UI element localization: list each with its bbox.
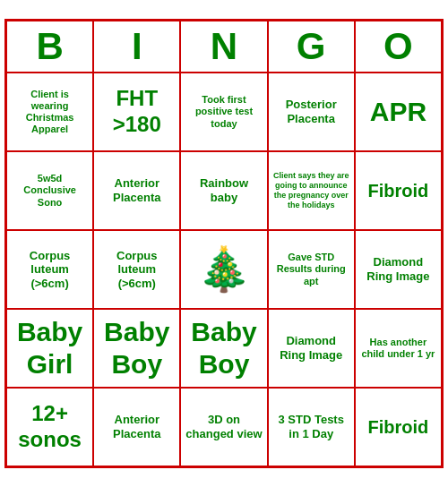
cell-text: Baby Girl [11,316,89,380]
cell-text: Rainbow baby [185,176,263,204]
cell-text: Client is wearing Christmas Apparel [11,89,89,136]
bingo-cell: Anterior Placenta [93,388,180,466]
bingo-cell: Baby Boy [93,309,180,388]
bingo-cell: Took first positive test today [180,73,267,151]
bingo-cell: 3D on changed view [180,388,267,466]
cell-text: 3 STD Tests in 1 Day [272,413,350,440]
bingo-cell: Gave STD Results during apt [268,230,355,309]
bingo-cell: Rainbow baby [180,151,267,230]
bingo-cell: Posterior Placenta [268,73,355,151]
bingo-cell: Corpus luteum (>6cm) [6,230,93,309]
bingo-cell: 3 STD Tests in 1 Day [268,388,355,466]
cell-text: 5w5d Conclusive Sono [11,173,89,209]
bingo-cell: Has another child under 1 yr [355,309,442,388]
cell-text: Anterior Placenta [98,413,176,440]
bingo-cell: 12+ sonos [6,388,93,466]
header-letter: O [355,21,442,73]
bingo-cell: Baby Boy [180,309,267,388]
bingo-cell: Fibroid [355,388,442,466]
cell-text: Took first positive test today [185,94,263,130]
cell-text: Has another child under 1 yr [359,337,437,360]
cell-text: Corpus luteum (>6cm) [98,249,176,291]
bingo-grid: Client is wearing Christmas ApparelFHT >… [6,73,442,466]
bingo-cell: Corpus luteum (>6cm) [93,230,180,309]
cell-text: Posterior Placenta [272,98,350,125]
cell-text: Fibroid [368,180,429,201]
cell-text: Anterior Placenta [98,176,176,204]
bingo-cell: Diamond Ring Image [268,309,355,388]
cell-text: Diamond Ring Image [272,334,350,362]
cell-text: Baby Boy [98,316,176,380]
bingo-cell: 🎄 [180,230,267,309]
cell-text: Fibroid [368,416,429,438]
cell-text: Corpus luteum (>6cm) [11,249,89,291]
bingo-card: BINGO Client is wearing Christmas Appare… [4,19,444,468]
cell-text: Gave STD Results during apt [272,252,350,287]
header-letter: B [6,21,93,73]
header-letter: G [268,21,355,73]
bingo-cell: FHT >180 [93,73,180,151]
header-letter: I [93,21,180,73]
bingo-header: BINGO [6,21,442,73]
bingo-cell: Baby Girl [6,309,93,388]
cell-text: 12+ sonos [11,401,89,453]
bingo-cell: Fibroid [355,151,442,230]
bingo-cell: Client says they are going to announce t… [268,151,355,230]
cell-text: Client says they are going to announce t… [272,171,350,209]
bingo-cell: Client is wearing Christmas Apparel [6,73,93,151]
bingo-cell: Diamond Ring Image [355,230,442,309]
cell-text: Baby Boy [185,316,263,380]
header-letter: N [180,21,267,73]
bingo-cell: APR [355,73,442,151]
cell-text: 3D on changed view [185,413,263,440]
cell-text: APR [370,96,426,128]
bingo-cell: 5w5d Conclusive Sono [6,151,93,230]
cell-text: FHT >180 [98,86,176,138]
cell-text: Diamond Ring Image [359,255,437,283]
christmas-tree-icon: 🎄 [197,248,251,291]
bingo-cell: Anterior Placenta [93,151,180,230]
